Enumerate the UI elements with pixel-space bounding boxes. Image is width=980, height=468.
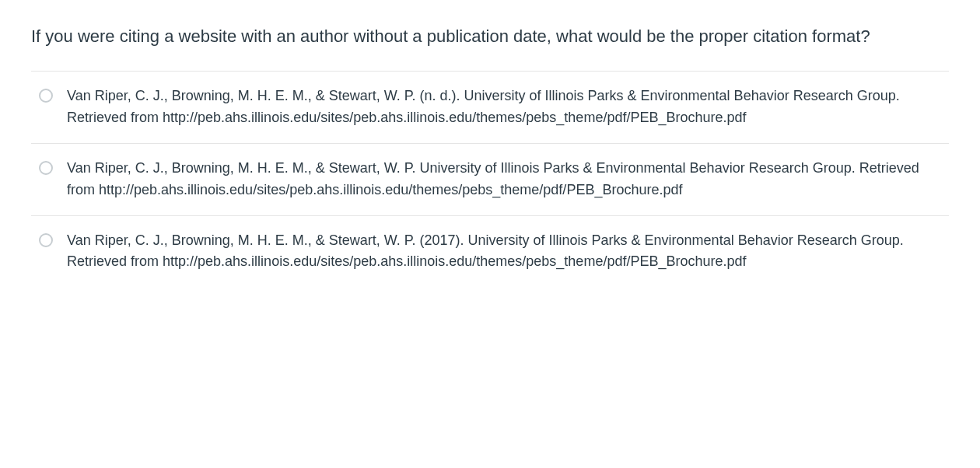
option-text-2: Van Riper, C. J., Browning, M. H. E. M.,… <box>67 230 949 274</box>
option-text-0: Van Riper, C. J., Browning, M. H. E. M.,… <box>67 86 949 129</box>
radio-wrapper <box>39 161 53 175</box>
option-row-1[interactable]: Van Riper, C. J., Browning, M. H. E. M.,… <box>31 144 949 216</box>
radio-input-1[interactable] <box>39 161 53 175</box>
options-container: Van Riper, C. J., Browning, M. H. E. M.,… <box>31 71 949 287</box>
radio-wrapper <box>39 233 53 247</box>
radio-input-2[interactable] <box>39 233 53 247</box>
option-row-0[interactable]: Van Riper, C. J., Browning, M. H. E. M.,… <box>31 72 949 144</box>
option-text-1: Van Riper, C. J., Browning, M. H. E. M.,… <box>67 158 949 201</box>
radio-input-0[interactable] <box>39 89 53 103</box>
option-row-2[interactable]: Van Riper, C. J., Browning, M. H. E. M.,… <box>31 216 949 288</box>
question-text: If you were citing a website with an aut… <box>31 23 949 49</box>
radio-wrapper <box>39 89 53 103</box>
